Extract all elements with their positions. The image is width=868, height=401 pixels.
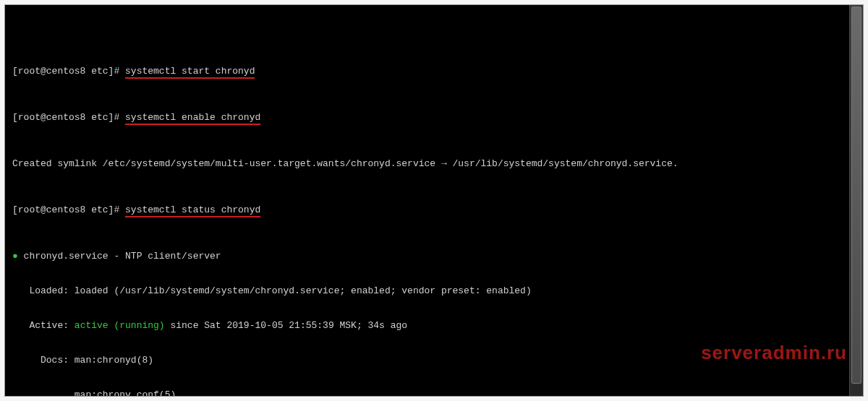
shell-prompt: [root@centos8 etc]# <box>12 66 125 77</box>
status-docs: man:chrony.conf(5) <box>12 389 859 397</box>
terminal-line: [root@centos8 etc]# systemctl start chro… <box>12 66 859 77</box>
terminal-line: [root@centos8 etc]# systemctl status chr… <box>12 204 859 216</box>
status-unit: ● chronyd.service - NTP client/server <box>12 251 859 262</box>
scrollbar-vertical[interactable] <box>849 5 863 396</box>
bullet-icon: ● <box>12 251 24 262</box>
scrollbar-thumb[interactable] <box>851 7 861 384</box>
terminal-line: [root@centos8 etc]# systemctl enable chr… <box>12 112 859 124</box>
command-start-chronyd: systemctl start chronyd <box>125 66 255 79</box>
command-status-chronyd: systemctl status chronyd <box>125 204 260 217</box>
status-active: Active: active (running) since Sat 2019-… <box>12 320 859 332</box>
status-active-value: active (running) <box>75 320 165 331</box>
status-loaded: Loaded: loaded (/usr/lib/systemd/system/… <box>12 285 859 297</box>
status-docs: Docs: man:chronyd(8) <box>12 355 859 366</box>
status-active-label: Active: <box>12 320 75 331</box>
terminal-window[interactable]: [root@centos8 etc]# systemctl start chro… <box>4 4 864 397</box>
status-unit-text: chronyd.service - NTP client/server <box>24 251 221 262</box>
status-active-since: since Sat 2019-10-05 21:55:39 MSK; 34s a… <box>165 320 407 331</box>
shell-prompt: [root@centos8 etc]# <box>12 204 125 215</box>
shell-prompt: [root@centos8 etc]# <box>12 112 125 123</box>
command-enable-chronyd: systemctl enable chronyd <box>125 112 260 125</box>
output-symlink: Created symlink /etc/systemd/system/mult… <box>12 158 859 170</box>
